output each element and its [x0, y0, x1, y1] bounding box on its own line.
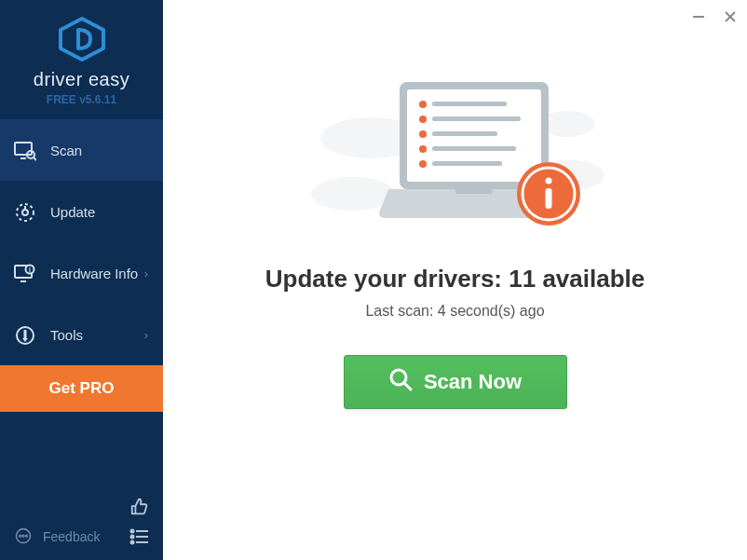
svg-point-34	[419, 101, 427, 108]
svg-rect-35	[432, 102, 507, 106]
svg-rect-41	[432, 146, 516, 151]
svg-point-47	[545, 178, 551, 184]
thumbs-up-icon[interactable]	[129, 497, 150, 517]
svg-line-7	[34, 157, 36, 160]
window-controls	[689, 7, 740, 26]
chevron-right-icon: ›	[144, 328, 148, 342]
scan-now-label: Scan Now	[424, 370, 522, 394]
svg-line-50	[404, 383, 411, 389]
hardware-info-icon: i	[13, 262, 37, 286]
last-scan-text: Last scan: 4 second(s) ago	[365, 303, 544, 320]
headline-text: Update your drivers: 11 available	[265, 265, 645, 294]
svg-text:i: i	[29, 266, 31, 273]
feedback-icon[interactable]	[13, 526, 34, 547]
svg-marker-17	[22, 338, 28, 342]
brand-name: driver easy	[0, 69, 163, 90]
svg-point-36	[419, 116, 427, 123]
get-pro-button[interactable]: Get PRO	[0, 365, 163, 412]
svg-point-9	[22, 210, 28, 215]
svg-rect-43	[432, 161, 502, 166]
feedback-label[interactable]: Feedback	[43, 529, 120, 544]
svg-point-21	[26, 535, 28, 537]
svg-point-42	[419, 160, 427, 168]
svg-rect-44	[455, 189, 493, 194]
sidebar-item-label: Tools	[50, 327, 144, 343]
search-icon	[388, 367, 413, 397]
sidebar-bottom: Feedback	[0, 487, 163, 560]
chevron-right-icon: ›	[144, 266, 148, 280]
sidebar-item-scan[interactable]: Scan	[0, 119, 163, 181]
brand-version: FREE v5.6.11	[0, 93, 163, 106]
sidebar-item-hardware-info[interactable]: i Hardware Info ›	[0, 242, 163, 304]
brand-logo-icon	[0, 17, 163, 65]
svg-point-26	[131, 541, 134, 544]
tools-icon	[13, 323, 37, 348]
svg-rect-48	[545, 188, 551, 209]
svg-rect-4	[15, 143, 32, 155]
scan-now-button[interactable]: Scan Now	[344, 355, 567, 409]
update-gear-icon	[13, 200, 37, 225]
svg-rect-39	[432, 131, 497, 136]
list-menu-icon[interactable]	[129, 526, 150, 547]
svg-point-40	[419, 145, 427, 153]
laptop-illustration	[306, 73, 604, 240]
svg-point-19	[20, 535, 21, 537]
sidebar-item-label: Update	[50, 204, 148, 220]
get-pro-label: Get PRO	[49, 379, 115, 398]
svg-point-22	[131, 530, 134, 533]
brand-block: driver easy FREE v5.6.11	[0, 0, 163, 119]
sidebar-item-update[interactable]: Update	[0, 181, 163, 242]
minimize-button[interactable]	[689, 7, 708, 26]
sidebar: driver easy FREE v5.6.11 Scan	[0, 0, 163, 560]
main-content: Update your drivers: 11 available Last s…	[163, 0, 747, 560]
svg-marker-3	[61, 19, 103, 60]
svg-rect-16	[24, 330, 27, 338]
close-button[interactable]	[721, 7, 740, 26]
svg-point-24	[131, 536, 134, 539]
svg-point-38	[419, 130, 427, 138]
svg-point-20	[22, 535, 24, 537]
scan-monitor-icon	[13, 139, 37, 163]
sidebar-nav: Scan Update	[0, 119, 163, 412]
svg-rect-37	[432, 116, 521, 121]
sidebar-item-label: Hardware Info	[50, 266, 144, 281]
sidebar-item-tools[interactable]: Tools ›	[0, 304, 163, 365]
sidebar-item-label: Scan	[50, 143, 148, 158]
